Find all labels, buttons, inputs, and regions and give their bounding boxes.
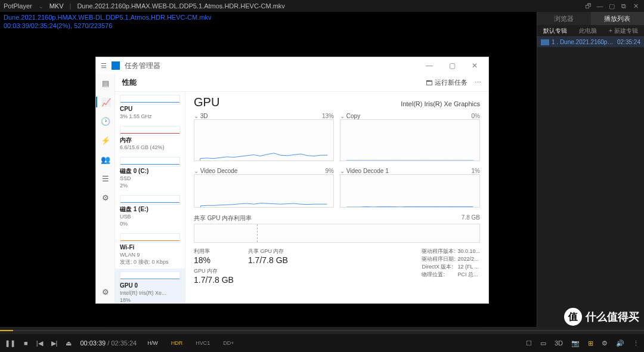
gpu-heading: GPU: [194, 95, 219, 109]
task-manager-window: ☰ 任务管理器 — ▢ ✕ ▤ 📈 🕑 ⚡ 👥 ☰ ⚙ ⚙ 性能: [95, 57, 489, 304]
tm-list-item[interactable]: GPU 0Intel(R) Iris(R) Xe...18%: [115, 268, 185, 303]
subtab-new[interactable]: + 新建专辑: [603, 25, 644, 36]
run-new-task-button[interactable]: 🗔 运行新任务: [426, 78, 467, 87]
tm-tab-title: 性能: [122, 78, 137, 88]
seek-bar[interactable]: [0, 327, 644, 334]
nav-users-icon[interactable]: 👥: [100, 154, 111, 165]
tm-detail-pane: GPU Intel(R) Iris(R) Xe Graphics 3D13% C…: [185, 92, 488, 303]
hamburger-icon[interactable]: ☰: [101, 62, 107, 70]
chart-selector[interactable]: Copy: [340, 113, 360, 119]
prev-button[interactable]: |◀: [36, 339, 43, 347]
nav-apphistory-icon[interactable]: 🕑: [100, 116, 111, 126]
tm-resource-list: CPU3% 1.55 GHz内存6.6/15.6 GB (42%)磁盘 0 (C…: [115, 92, 185, 303]
thumbnail-icon: [541, 39, 549, 45]
player-titlebar: PotPlayer ⌄ MKV | Dune.2021.2160p.HMAX.W…: [0, 0, 644, 12]
tm-list-item[interactable]: 磁盘 0 (C:)SSD2%: [115, 154, 185, 192]
tab-browser[interactable]: 浏览器: [537, 12, 591, 25]
subtitle-icon[interactable]: ☐: [526, 339, 532, 347]
badge-hdr: HDR: [169, 339, 185, 347]
tm-list-item[interactable]: Wi-FiWLAN 9发送: 0 接收: 0 Kbps: [115, 230, 185, 268]
stop-button[interactable]: ■: [24, 339, 28, 347]
eject-button[interactable]: ⏏: [66, 339, 72, 347]
more-icon[interactable]: ⋯: [475, 79, 481, 87]
badge-hw: H/W: [145, 339, 160, 347]
tm-titlebar[interactable]: ☰ 任务管理器 — ▢ ✕: [96, 57, 488, 74]
tm-list-item[interactable]: 内存6.6/15.6 GB (42%): [115, 123, 185, 154]
chevron-down-icon[interactable]: ⌄: [38, 2, 44, 10]
tm-list-item[interactable]: 磁盘 1 (E:)USB0%: [115, 192, 185, 230]
mem-title: 共享 GPU 内存利用率: [194, 214, 252, 223]
pause-button[interactable]: ❚❚: [5, 339, 16, 347]
file-name: Dune.2021.2160p.HMAX.WEB-DL.DDP5.1.Atmos…: [77, 2, 284, 10]
filter-icon[interactable]: ⊞: [588, 339, 593, 347]
capture-icon[interactable]: 📷: [571, 339, 580, 347]
tm-title: 任务管理器: [125, 61, 160, 71]
gpu-chart: Copy0%: [340, 113, 480, 164]
tm-minimize-icon[interactable]: —: [420, 61, 438, 70]
subtab-thispc[interactable]: 此电脑: [573, 25, 603, 36]
gpu-stats: 利用率 18% GPU 内存 1.7/7.8 GB 共享 GPU 内存 1.7/…: [194, 248, 480, 285]
nav-startup-icon[interactable]: ⚡: [100, 135, 111, 146]
gpu-chart: 3D13%: [194, 113, 334, 164]
tm-list-item[interactable]: CPU3% 1.55 GHz: [115, 92, 185, 123]
mem-bar: [194, 224, 480, 243]
osd-overlay: Dune.2021.2160p.HMAX.WEB-DL.DDP5.1.Atmos…: [4, 13, 211, 30]
restore-icon[interactable]: ⧉: [619, 2, 628, 10]
gpu-device: Intel(R) Iris(R) Xe Graphics: [401, 100, 480, 107]
settings-icon[interactable]: ⚙: [602, 339, 608, 347]
ratio-icon[interactable]: ▭: [540, 339, 546, 347]
tab-playlist[interactable]: 播放列表: [591, 12, 645, 25]
time-display: 00:03:39 / 02:35:24: [80, 339, 137, 347]
nav-performance-icon[interactable]: 📈: [96, 97, 114, 107]
nav-settings-icon[interactable]: ⚙: [100, 286, 111, 297]
gpu-chart: Video Decode9%: [194, 168, 334, 211]
subtab-default[interactable]: 默认专辑: [537, 25, 573, 36]
maximize-icon[interactable]: ▢: [607, 2, 617, 10]
chart-selector[interactable]: Video Decode 1: [340, 168, 389, 174]
gpu-chart: Video Decode 11%: [340, 168, 480, 211]
close-icon[interactable]: ✕: [631, 2, 640, 10]
badge-dd: DD+: [221, 339, 236, 347]
3d-icon[interactable]: 3D: [555, 339, 563, 347]
nav-details-icon[interactable]: ☰: [100, 173, 111, 184]
volume-icon[interactable]: 🔊: [616, 339, 624, 347]
watermark: 值 什么值得买: [564, 308, 639, 326]
tm-close-icon[interactable]: ✕: [466, 61, 484, 70]
playlist-panel: 浏览器 播放列表 默认专辑 此电脑 + 新建专辑 1 . Dune.2021.2…: [537, 12, 644, 327]
potplayer-window: PotPlayer ⌄ MKV | Dune.2021.2160p.HMAX.W…: [0, 0, 644, 352]
mem-total: 7.8 GB: [462, 214, 480, 223]
tm-maximize-icon[interactable]: ▢: [443, 61, 461, 70]
lock-icon[interactable]: 🗗: [583, 2, 593, 10]
chart-selector[interactable]: 3D: [194, 113, 208, 119]
playlist-item[interactable]: 1 . Dune.2021.2160p.HMAX.WEB-DL.DDP5... …: [537, 37, 644, 47]
app-name: PotPlayer: [4, 2, 32, 10]
minimize-icon[interactable]: —: [595, 2, 605, 10]
tm-nav: ▤ 📈 🕑 ⚡ 👥 ☰ ⚙ ⚙: [96, 74, 115, 303]
tm-logo-icon: [112, 61, 120, 70]
nav-processes-icon[interactable]: ▤: [100, 78, 111, 88]
badge-hvc: HVC1: [193, 339, 212, 347]
chart-selector[interactable]: Video Decode: [194, 168, 237, 174]
next-button[interactable]: ▶|: [51, 339, 58, 347]
nav-services-icon[interactable]: ⚙: [100, 192, 111, 203]
format-badge: MKV: [49, 2, 64, 10]
player-controls: ❚❚ ■ |◀ ▶| ⏏ 00:03:39 / 02:35:24 H/W HDR…: [0, 327, 644, 352]
menu-icon[interactable]: ⋮: [633, 339, 639, 347]
